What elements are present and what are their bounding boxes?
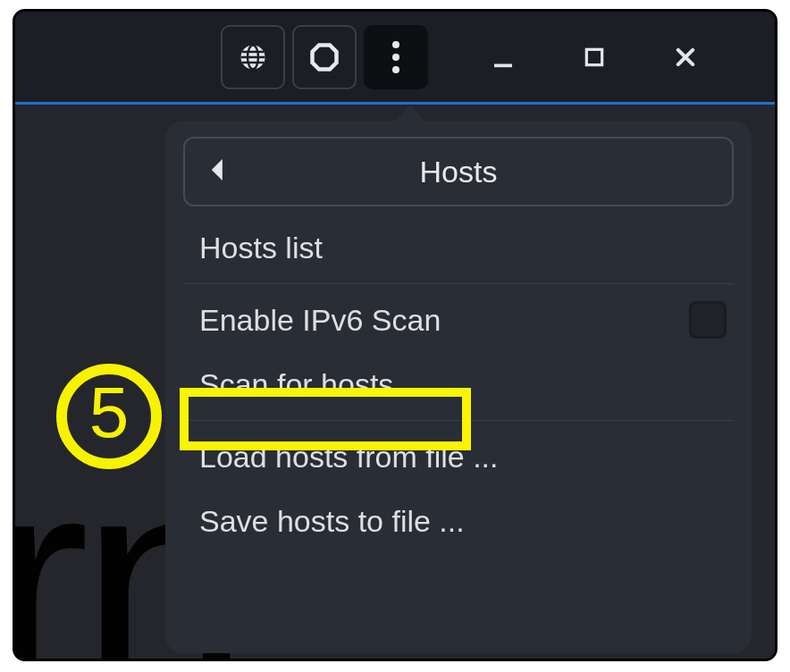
titlebar: [15, 12, 775, 105]
svg-point-5: [392, 66, 399, 73]
globe-icon: [237, 41, 269, 73]
menu-header[interactable]: Hosts: [183, 137, 734, 206]
annotation-number: 5: [89, 377, 130, 449]
separator: [183, 283, 734, 284]
menu-item-scan-for-hosts[interactable]: Scan for hosts: [183, 352, 734, 416]
maximize-button[interactable]: [562, 25, 626, 89]
menu-item-label: Save hosts to file ...: [199, 504, 465, 539]
menu-item-label: Load hosts from file ...: [199, 440, 499, 475]
kebab-menu-button[interactable]: [364, 25, 428, 89]
svg-marker-2: [313, 45, 337, 69]
menu-item-load-from-file[interactable]: Load hosts from file ...: [183, 424, 734, 489]
svg-rect-7: [586, 49, 601, 64]
application-window: rn Hosts Hosts list Enable IPv6 Scan S: [13, 9, 777, 661]
svg-point-3: [392, 41, 399, 48]
svg-rect-6: [494, 63, 512, 67]
separator: [183, 420, 734, 421]
svg-marker-8: [212, 159, 223, 181]
menu-title: Hosts: [420, 155, 498, 189]
maximize-icon: [583, 46, 606, 69]
menu-item-label: Scan for hosts: [199, 367, 393, 402]
hosts-popover: Hosts Hosts list Enable IPv6 Scan Scan f…: [165, 121, 752, 653]
minimize-icon: [490, 44, 517, 71]
annotation-badge: 5: [56, 364, 162, 469]
menu-item-enable-ipv6[interactable]: Enable IPv6 Scan: [183, 288, 734, 352]
octagon-icon: [308, 41, 340, 73]
menu-item-label: Hosts list: [199, 231, 323, 265]
menu-item-hosts-list[interactable]: Hosts list: [183, 215, 734, 280]
menu-item-save-to-file[interactable]: Save hosts to file ...: [183, 489, 734, 553]
back-button[interactable]: [210, 159, 226, 184]
close-icon: [673, 45, 698, 70]
menu-item-label: Enable IPv6 Scan: [199, 303, 441, 338]
kebab-menu-icon: [391, 39, 400, 75]
close-button[interactable]: [653, 25, 718, 89]
ipv6-checkbox[interactable]: [689, 301, 727, 339]
chevron-left-icon: [210, 159, 226, 181]
globe-button[interactable]: [221, 25, 285, 89]
svg-point-4: [392, 54, 399, 61]
content-area: rn Hosts Hosts list Enable IPv6 Scan S: [15, 105, 775, 659]
stop-button[interactable]: [292, 25, 357, 89]
minimize-button[interactable]: [471, 25, 535, 89]
popover-arrow: [394, 105, 426, 122]
